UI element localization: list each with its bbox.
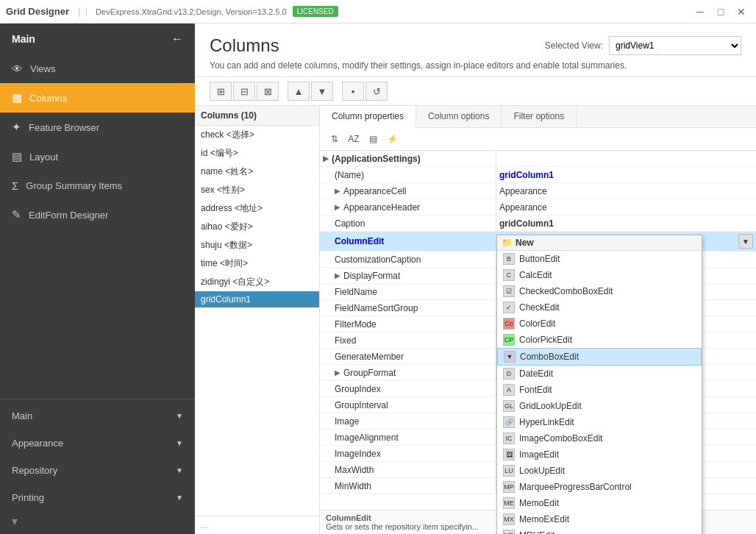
prop-name: GenerateMember xyxy=(320,349,496,364)
dropdown-item-calcedit[interactable]: C CalcEdit xyxy=(497,267,702,283)
toolbar-remove-button[interactable]: ⊟ xyxy=(233,82,255,101)
list-item[interactable]: aihao <爱好> xyxy=(195,218,319,236)
props-toolbar: ⇅ AZ ▤ ⚡ xyxy=(320,128,756,151)
dropdown-item-dateedit[interactable]: D DateEdit xyxy=(497,366,702,382)
sidebar-section-appearance[interactable]: Appearance ▼ xyxy=(0,430,195,457)
props-events-button[interactable]: ⚡ xyxy=(383,131,401,147)
dropdown-folder-icon: 📁 xyxy=(502,238,513,248)
prop-name: MaxWidth xyxy=(320,462,496,477)
calcedit-icon: C xyxy=(503,269,515,281)
prop-name: FieldNameSortGroup xyxy=(320,300,496,316)
restore-button[interactable]: □ xyxy=(712,3,730,21)
app-title: Grid Designer xyxy=(6,6,69,17)
sidebar-section-repository[interactable]: Repository ▼ xyxy=(0,457,195,484)
dropdown-item-checkedit[interactable]: ✓ CheckEdit xyxy=(497,299,702,316)
list-item[interactable]: sex <性别> xyxy=(195,181,319,199)
toolbar-clear-button[interactable]: ⊠ xyxy=(257,82,279,101)
dropdown-item-colorpickedit[interactable]: CP ColorPickEdit xyxy=(497,332,702,348)
prop-value: Appearance xyxy=(496,199,756,215)
sidebar-section-printing-label: Printing xyxy=(12,492,44,503)
sidebar-section-appearance-label: Appearance xyxy=(12,438,63,449)
list-item[interactable]: check <选择> xyxy=(195,126,319,144)
dropdown-item-checkedcomboboxedit[interactable]: ☑ CheckedComboBoxEdit xyxy=(497,283,702,299)
table-row[interactable]: ▶AppearanceHeader Appearance xyxy=(320,199,756,216)
sidebar-item-layout-label: Layout xyxy=(29,152,58,163)
mruedit-icon: MR xyxy=(503,530,515,534)
sidebar-item-views[interactable]: 👁 Views xyxy=(0,54,195,83)
prop-name: Image xyxy=(320,413,496,429)
prop-name: GroupInterval xyxy=(320,397,496,413)
memoedit-icon: ME xyxy=(503,497,515,509)
version-label: DevExpress.XtraGrid.v13.2;Design, Versio… xyxy=(86,7,287,16)
dropdown-item-label: ColorEdit xyxy=(519,318,555,329)
list-item[interactable]: name <姓名> xyxy=(195,163,319,181)
dropdown-item-hyperlink[interactable]: 🔗 HyperLinkEdit xyxy=(497,414,702,430)
column-edit-dropdown-arrow[interactable]: ▼ xyxy=(738,234,753,249)
sidebar-item-group-summary[interactable]: Σ Group Summary Items xyxy=(0,171,195,200)
dropdown-item-gridlookup[interactable]: GL GridLookUpEdit xyxy=(497,398,702,414)
list-item[interactable]: address <地址> xyxy=(195,199,319,218)
toolbar-grid-button[interactable]: ▪ xyxy=(342,82,364,101)
props-sort-button[interactable]: ⇅ xyxy=(326,131,343,147)
dropdown-item-marquee[interactable]: MP MarqueeProgressBarControl xyxy=(497,479,702,495)
dropdown-item-coloredit[interactable]: Co ColorEdit xyxy=(497,316,702,332)
minimize-button[interactable]: ─ xyxy=(691,3,709,21)
dropdown-item-label: MarqueeProgressBarControl xyxy=(519,482,632,492)
dropdown-header-label: New xyxy=(516,238,534,248)
props-category-button[interactable]: ▤ xyxy=(364,131,382,147)
sidebar-item-columns[interactable]: ▦ Columns xyxy=(0,83,195,113)
sidebar-item-feature-browser[interactable]: ✦ Feature Browser xyxy=(0,113,195,142)
table-row[interactable]: (Name) gridColumn1 xyxy=(320,167,756,183)
dropdown-item-memoedit[interactable]: ME MemoEdit xyxy=(497,495,702,511)
toolbar-move-down-button[interactable]: ▼ xyxy=(311,82,333,101)
selected-view-select[interactable]: gridView1 xyxy=(609,36,741,55)
dropdown-item-imageedit[interactable]: 🖼 ImageEdit xyxy=(497,446,702,463)
table-row[interactable]: ▶AppearanceCell Appearance xyxy=(320,183,756,199)
coloredit-icon: Co xyxy=(503,318,515,330)
gridlookup-icon: GL xyxy=(503,400,515,412)
dropdown-item-mruedit[interactable]: MR MRUEdit xyxy=(497,527,702,534)
sidebar-back-icon[interactable]: ← xyxy=(171,32,183,46)
table-row[interactable]: Caption gridColumn1 xyxy=(320,216,756,232)
dropdown-item-lookup[interactable]: LU LookUpEdit xyxy=(497,463,702,479)
toolbar-move-up-button[interactable]: ▲ xyxy=(288,82,310,101)
dropdown-item-label: ComboBoxEdit xyxy=(520,352,579,362)
dropdown-item-comboboxedit[interactable]: ▼ ComboBoxEdit xyxy=(497,348,702,366)
list-item[interactable]: time <时间> xyxy=(195,254,319,273)
checkedit-icon: ✓ xyxy=(503,302,515,313)
toolbar-refresh-button[interactable]: ↺ xyxy=(365,82,388,101)
sidebar-item-editform[interactable]: ✎ EditForm Designer xyxy=(0,200,195,229)
list-item[interactable]: id <编号> xyxy=(195,144,319,163)
dropdown-item-fontedit[interactable]: A FontEdit xyxy=(497,382,702,398)
list-item[interactable]: shuju <数据> xyxy=(195,236,319,254)
sidebar-section-printing[interactable]: Printing ▼ xyxy=(0,484,195,511)
dropdown-item-label: MemoExEdit xyxy=(519,514,569,524)
sidebar-section-printing-arrow: ▼ xyxy=(176,494,183,502)
window-controls: ─ □ ✕ xyxy=(691,3,750,21)
tabs-bar: Column properties Column options Filter … xyxy=(320,106,756,128)
main-toolbar: ⊞ ⊟ ⊠ ▲ ▼ ▪ ↺ xyxy=(195,77,756,106)
sidebar-item-layout[interactable]: ▤ Layout xyxy=(0,142,195,171)
close-button[interactable]: ✕ xyxy=(732,3,750,21)
dropdown-item-label: LookUpEdit xyxy=(519,466,565,476)
tab-filter-options[interactable]: Filter options xyxy=(502,106,577,127)
sidebar-section-main[interactable]: Main ▼ xyxy=(0,402,195,430)
list-item[interactable]: zidingyi <自定义> xyxy=(195,273,319,291)
sidebar-section-appearance-arrow: ▼ xyxy=(176,439,183,447)
props-az-button[interactable]: AZ xyxy=(345,131,363,147)
feature-browser-icon: ✦ xyxy=(12,121,21,134)
toolbar-add-button[interactable]: ⊞ xyxy=(210,82,232,101)
dropdown-item-buttonedit[interactable]: B ButtonEdit xyxy=(497,251,702,267)
tab-column-properties[interactable]: Column properties xyxy=(320,106,416,128)
dropdown-item-imagecombo[interactable]: IC ImageComboBoxEdit xyxy=(497,430,702,446)
app-body: Main ← 👁 Views ▦ Columns ✦ Feature Brows… xyxy=(0,24,756,534)
list-item-selected[interactable]: gridColumn1 xyxy=(195,291,319,307)
sidebar-section-main-arrow: ▼ xyxy=(176,412,183,420)
dropdown-item-label: CheckEdit xyxy=(519,302,560,313)
dropdown-item-memoexedit[interactable]: MX MemoExEdit xyxy=(497,511,702,527)
dropdown-item-label: MemoEdit xyxy=(519,498,559,508)
comboboxedit-icon: ▼ xyxy=(504,351,516,363)
licensed-badge: LICENSED xyxy=(293,6,338,17)
prop-name: Caption xyxy=(320,216,496,231)
tab-column-options[interactable]: Column options xyxy=(416,106,502,127)
